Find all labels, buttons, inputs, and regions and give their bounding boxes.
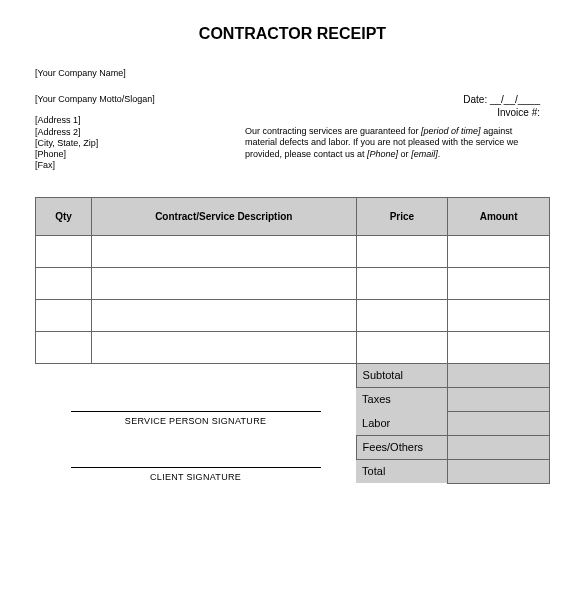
guarantee-text: Our contracting services are guaranteed … [245,126,535,161]
company-name: [Your Company Name] [35,68,550,80]
fax: [Fax] [35,160,245,171]
company-info-block: [Your Company Name] [35,68,550,92]
fees-label: Fees/Others [356,435,448,459]
total-value [448,459,550,483]
col-header-desc: Contract/Service Description [91,197,356,235]
taxes-label: Taxes [356,387,448,411]
service-signature-area: SERVICE PERSON SIGNATURE [36,363,357,435]
labor-value [448,411,550,435]
subtotal-label: Subtotal [356,363,448,387]
col-header-amount: Amount [448,197,550,235]
fees-value [448,435,550,459]
table-row [36,235,550,267]
invoice-number-field: Invoice #: [245,107,540,118]
service-signature-label: SERVICE PERSON SIGNATURE [36,416,356,426]
company-motto: [Your Company Motto/Slogan] [35,94,245,106]
client-signature-label: CLIENT SIGNATURE [36,472,356,482]
address-1: [Address 1] [35,115,245,126]
table-row [36,299,550,331]
taxes-value [448,387,550,411]
client-signature-area: CLIENT SIGNATURE [36,435,357,483]
line-items-table: Qty Contract/Service Description Price A… [35,197,550,484]
total-label: Total [356,459,448,483]
table-row [36,331,550,363]
document-title: CONTRACTOR RECEIPT [35,25,550,43]
subtotal-value [448,363,550,387]
table-row [36,267,550,299]
phone: [Phone] [35,149,245,160]
address-2: [Address 2] [35,127,245,138]
col-header-price: Price [356,197,448,235]
city-state-zip: [City, State, Zip] [35,138,245,149]
col-header-qty: Qty [36,197,92,235]
address-block: [Address 1] [Address 2] [City, State, Zi… [35,115,245,171]
labor-label: Labor [356,411,448,435]
date-field: Date: __/__/____ [245,94,540,105]
